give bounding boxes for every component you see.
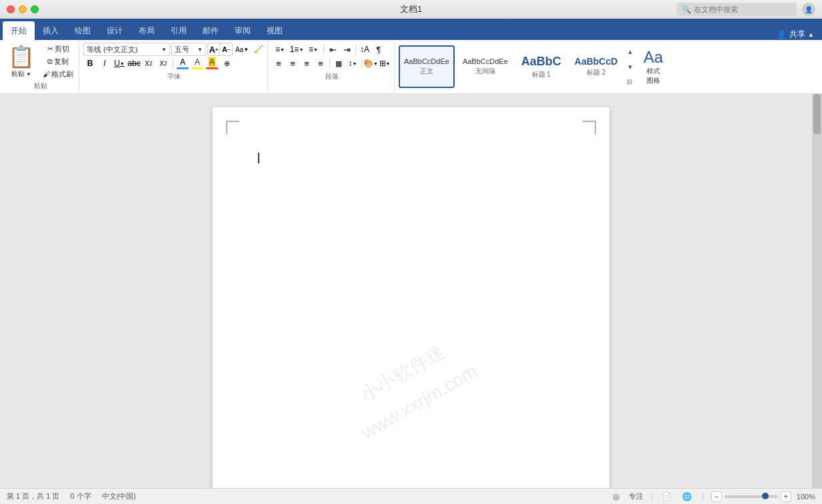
bold-button[interactable]: B	[83, 57, 97, 70]
font-name-arrow: ▼	[161, 47, 167, 53]
style-h1-label: 标题 1	[532, 70, 551, 79]
minimize-button[interactable]	[19, 5, 27, 13]
tab-design[interactable]: 设计	[99, 21, 131, 40]
avatar[interactable]: 👤	[802, 3, 815, 16]
underline-button[interactable]: U ▼	[113, 57, 126, 70]
change-case-button[interactable]: Aa▼	[234, 43, 250, 56]
styles-scroll-arrows: ▲ ▼ ⊟	[625, 47, 635, 87]
tab-reference[interactable]: 引用	[163, 21, 195, 40]
web-layout-button[interactable]: 🌐	[680, 491, 695, 503]
style-gallery-icon: Aa	[643, 48, 663, 67]
search-box[interactable]: 🔍	[677, 3, 797, 16]
main-area: 小小软件迷 www.xxrjm.com	[0, 94, 822, 488]
share-label: 共享	[789, 29, 805, 40]
font-color-bar	[177, 67, 189, 69]
styles-scroll-up[interactable]: ▲	[625, 47, 635, 57]
font-name-row: 等线 (中文正文) ▼ 五号 ▼ A+ A− Aa▼ 🧹	[83, 43, 265, 56]
share-button[interactable]: 👤 共享 ▲	[769, 29, 822, 40]
font-group: 等线 (中文正文) ▼ 五号 ▼ A+ A− Aa▼ 🧹 B I U ▼	[81, 41, 268, 92]
tab-mail[interactable]: 邮件	[195, 21, 227, 40]
tab-insert[interactable]: 插入	[35, 21, 67, 40]
statusbar-divider	[651, 492, 652, 501]
print-layout-button[interactable]: 📄	[660, 491, 675, 503]
clear-format-button[interactable]: 🧹	[251, 43, 265, 56]
zoom-slider-thumb[interactable]	[762, 493, 769, 499]
tab-draw[interactable]: 绘图	[67, 21, 99, 40]
multilevel-list-button[interactable]: ≡▼	[305, 43, 321, 56]
subscript-button[interactable]: X2	[142, 57, 155, 70]
grow-font-button[interactable]: A+	[208, 43, 220, 55]
font-size-value: 五号	[175, 45, 189, 55]
paragraph-group-label: 段落	[272, 72, 391, 81]
tab-review[interactable]: 审阅	[227, 21, 259, 40]
align-right-button[interactable]: ≡	[300, 57, 313, 70]
ribbon: 开始 插入 绘图 设计 布局 引用 邮件 审阅 视图 👤 共享 ▲	[0, 19, 822, 40]
style-normal[interactable]: AaBbCcDdEe 正文	[399, 45, 455, 88]
search-input[interactable]	[694, 5, 791, 13]
copy-button[interactable]: ⧉ 复制	[40, 55, 76, 67]
style-no-spacing[interactable]: AaBbCcDdEe 无间隔	[457, 45, 513, 88]
statusbar-right: ◎ 专注 📄 🌐 − + 100%	[609, 491, 815, 503]
font-dialog-button[interactable]: ⊕	[220, 57, 233, 70]
line-spacing-button[interactable]: ↕▼	[346, 57, 359, 70]
zoom-in-button[interactable]: +	[781, 491, 791, 502]
clipboard-label: 粘贴	[34, 81, 47, 91]
italic-button[interactable]: I	[98, 57, 111, 70]
font-size-select[interactable]: 五号 ▼	[171, 43, 206, 56]
shrink-font-button[interactable]: A−	[220, 43, 232, 55]
align-left-button[interactable]: ≡	[272, 57, 285, 70]
eraser-icon: 🧹	[253, 45, 263, 54]
zoom-out-button[interactable]: −	[711, 491, 722, 502]
window-title: 文档1	[400, 3, 422, 15]
vertical-scrollbar[interactable]	[812, 94, 822, 488]
justify-button[interactable]: ≡	[314, 57, 327, 70]
document-page[interactable]: 小小软件迷 www.xxrjm.com	[213, 107, 609, 488]
tab-view[interactable]: 视图	[259, 21, 291, 40]
style-no-spacing-label: 无间隔	[475, 67, 495, 76]
unordered-list-button[interactable]: ≡▼	[272, 43, 288, 56]
focus-icon: ◎	[613, 492, 619, 501]
font-color-button[interactable]: A	[176, 57, 189, 70]
align-center-button[interactable]: ≡	[286, 57, 299, 70]
scrollbar-thumb[interactable]	[813, 94, 821, 134]
focus-view-button[interactable]: ◎	[609, 491, 623, 503]
paste-label: 粘贴	[11, 69, 25, 79]
strikethrough-button[interactable]: abc	[127, 57, 141, 70]
statusbar-divider2	[703, 492, 703, 501]
ordered-list-button[interactable]: 1≡▼	[289, 43, 305, 56]
scissors-icon: ✂	[47, 45, 53, 53]
page-info: 第 1 页，共 1 页	[7, 491, 59, 501]
styles-more[interactable]: ⊟	[625, 77, 635, 87]
highlight-button[interactable]: A	[191, 57, 204, 70]
maximize-button[interactable]	[31, 5, 39, 13]
decrease-indent-button[interactable]: ⇤	[326, 43, 339, 56]
format-painter-button[interactable]: 🖌 格式刷	[40, 68, 76, 80]
increase-indent-button[interactable]: ⇥	[340, 43, 353, 56]
border-button[interactable]: ⊞▼	[378, 57, 391, 70]
tab-start[interactable]: 开始	[3, 21, 35, 40]
word-count: 0 个字	[70, 491, 91, 501]
sort-button[interactable]: ↕A	[358, 43, 371, 56]
superscript-button[interactable]: X2	[157, 57, 170, 70]
style-heading1[interactable]: AaBbC 标题 1	[516, 45, 567, 88]
zoom-controls: − +	[711, 491, 791, 502]
zoom-slider[interactable]	[725, 495, 778, 498]
font-name-select[interactable]: 等线 (中文正文) ▼	[83, 43, 170, 56]
tab-layout[interactable]: 布局	[131, 21, 163, 40]
style-heading2[interactable]: AaBbCcD 标题 2	[569, 45, 623, 88]
zoom-percent: 100%	[797, 493, 815, 501]
font-name-value: 等线 (中文正文)	[87, 45, 137, 55]
columns-button[interactable]: ▦	[332, 57, 345, 70]
char-shading-button[interactable]: A	[205, 57, 219, 70]
shading-button[interactable]: 🎨▼	[364, 57, 377, 70]
cut-button[interactable]: ✂ 剪切	[40, 43, 76, 55]
font-grow-shrink: A+ A−	[207, 43, 233, 56]
paste-arrow: ▼	[26, 71, 31, 77]
paste-button[interactable]: 📋 粘贴 ▼	[5, 43, 37, 80]
styles-scroll-down[interactable]: ▼	[625, 62, 635, 72]
painter-icon: 🖌	[43, 70, 50, 78]
close-button[interactable]	[7, 5, 15, 13]
titlebar: 文档1 🔍 👤	[0, 0, 822, 19]
style-gallery-button[interactable]: Aa 样式 图格	[637, 45, 669, 89]
pilcrow-button[interactable]: ¶	[372, 43, 385, 56]
